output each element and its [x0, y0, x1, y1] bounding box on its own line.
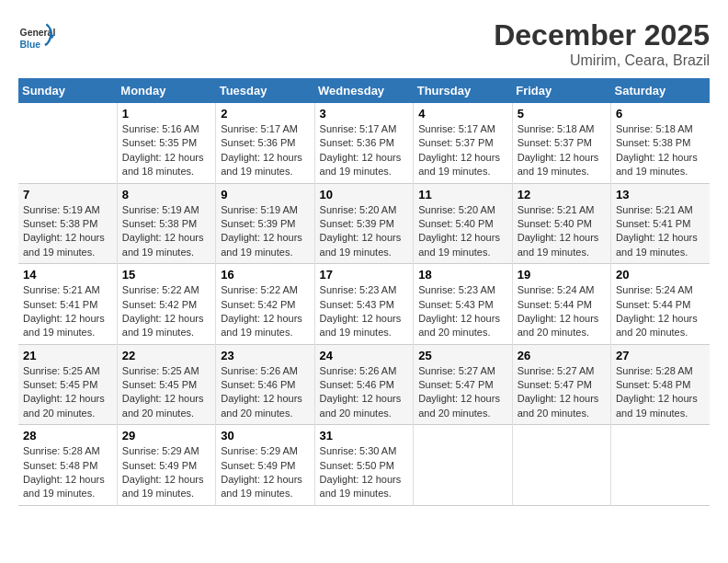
day-info: Sunrise: 5:29 AM Sunset: 5:49 PM Dayligh… [122, 444, 210, 501]
day-number: 8 [122, 188, 210, 201]
day-info: Sunrise: 5:18 AM Sunset: 5:38 PM Dayligh… [616, 122, 705, 179]
day-number: 20 [616, 268, 705, 282]
calendar-cell: 23Sunrise: 5:26 AM Sunset: 5:46 PM Dayli… [216, 344, 314, 425]
weekday-header-monday: Monday [117, 78, 215, 103]
calendar-cell: 24Sunrise: 5:26 AM Sunset: 5:46 PM Dayli… [314, 344, 414, 425]
day-number: 10 [320, 188, 409, 201]
calendar-cell: 20Sunrise: 5:24 AM Sunset: 5:44 PM Dayli… [611, 264, 711, 345]
day-info: Sunrise: 5:27 AM Sunset: 5:47 PM Dayligh… [418, 364, 506, 421]
day-info: Sunrise: 5:20 AM Sunset: 5:40 PM Dayligh… [418, 203, 506, 260]
day-info: Sunrise: 5:26 AM Sunset: 5:46 PM Dayligh… [320, 364, 409, 421]
day-number: 28 [23, 429, 112, 442]
location-subtitle: Umirim, Ceara, Brazil [494, 52, 710, 69]
weekday-header-sunday: Sunday [18, 78, 117, 103]
day-info: Sunrise: 5:21 AM Sunset: 5:40 PM Dayligh… [518, 203, 606, 260]
day-info: Sunrise: 5:20 AM Sunset: 5:39 PM Dayligh… [320, 203, 409, 260]
logo: General Blue [18, 18, 59, 55]
day-number: 9 [221, 188, 309, 201]
weekday-header-friday: Friday [512, 78, 610, 103]
title-area: December 2025 Umirim, Ceara, Brazil [494, 18, 710, 69]
day-number: 22 [122, 349, 210, 362]
day-number: 5 [518, 107, 606, 121]
day-info: Sunrise: 5:17 AM Sunset: 5:36 PM Dayligh… [221, 122, 309, 179]
day-number: 13 [616, 188, 705, 201]
day-number: 21 [23, 349, 112, 362]
day-number: 2 [221, 107, 309, 121]
month-title: December 2025 [494, 18, 710, 52]
day-number: 6 [616, 107, 705, 121]
day-info: Sunrise: 5:21 AM Sunset: 5:41 PM Dayligh… [23, 283, 112, 340]
day-number: 16 [221, 268, 309, 282]
day-number: 4 [418, 107, 506, 121]
calendar-cell: 16Sunrise: 5:22 AM Sunset: 5:42 PM Dayli… [216, 264, 314, 345]
weekday-header-row: SundayMondayTuesdayWednesdayThursdayFrid… [18, 78, 710, 103]
calendar-table: SundayMondayTuesdayWednesdayThursdayFrid… [18, 78, 710, 506]
day-info: Sunrise: 5:25 AM Sunset: 5:45 PM Dayligh… [23, 364, 112, 421]
weekday-header-thursday: Thursday [414, 78, 512, 103]
day-number: 23 [221, 349, 309, 362]
calendar-cell: 7Sunrise: 5:19 AM Sunset: 5:38 PM Daylig… [18, 183, 117, 264]
calendar-cell: 27Sunrise: 5:28 AM Sunset: 5:48 PM Dayli… [611, 344, 711, 425]
day-info: Sunrise: 5:24 AM Sunset: 5:44 PM Dayligh… [616, 283, 705, 340]
calendar-cell: 6Sunrise: 5:18 AM Sunset: 5:38 PM Daylig… [611, 103, 711, 183]
day-number: 31 [320, 429, 409, 442]
day-info: Sunrise: 5:27 AM Sunset: 5:47 PM Dayligh… [518, 364, 606, 421]
calendar-cell: 19Sunrise: 5:24 AM Sunset: 5:44 PM Dayli… [512, 264, 610, 345]
day-info: Sunrise: 5:22 AM Sunset: 5:42 PM Dayligh… [122, 283, 210, 340]
day-info: Sunrise: 5:28 AM Sunset: 5:48 PM Dayligh… [23, 444, 112, 501]
calendar-cell: 17Sunrise: 5:23 AM Sunset: 5:43 PM Dayli… [314, 264, 414, 345]
calendar-cell: 13Sunrise: 5:21 AM Sunset: 5:41 PM Dayli… [611, 183, 711, 264]
day-info: Sunrise: 5:23 AM Sunset: 5:43 PM Dayligh… [418, 283, 506, 340]
calendar-cell: 30Sunrise: 5:29 AM Sunset: 5:49 PM Dayli… [216, 425, 314, 506]
day-info: Sunrise: 5:21 AM Sunset: 5:41 PM Dayligh… [616, 203, 705, 260]
day-number: 18 [418, 268, 506, 282]
day-info: Sunrise: 5:24 AM Sunset: 5:44 PM Dayligh… [518, 283, 606, 340]
calendar-week-2: 7Sunrise: 5:19 AM Sunset: 5:38 PM Daylig… [18, 183, 710, 264]
calendar-week-4: 21Sunrise: 5:25 AM Sunset: 5:45 PM Dayli… [18, 344, 710, 425]
day-number: 25 [418, 349, 506, 362]
weekday-header-saturday: Saturday [611, 78, 711, 103]
calendar-cell: 25Sunrise: 5:27 AM Sunset: 5:47 PM Dayli… [414, 344, 512, 425]
calendar-cell: 1Sunrise: 5:16 AM Sunset: 5:35 PM Daylig… [117, 103, 215, 183]
calendar-cell: 14Sunrise: 5:21 AM Sunset: 5:41 PM Dayli… [18, 264, 117, 345]
calendar-cell: 22Sunrise: 5:25 AM Sunset: 5:45 PM Dayli… [117, 344, 215, 425]
calendar-cell [414, 425, 512, 506]
day-info: Sunrise: 5:17 AM Sunset: 5:36 PM Dayligh… [320, 122, 409, 179]
day-number: 30 [221, 429, 309, 442]
day-info: Sunrise: 5:25 AM Sunset: 5:45 PM Dayligh… [122, 364, 210, 421]
calendar-cell: 12Sunrise: 5:21 AM Sunset: 5:40 PM Dayli… [512, 183, 610, 264]
day-number: 19 [518, 268, 606, 282]
calendar-cell: 2Sunrise: 5:17 AM Sunset: 5:36 PM Daylig… [216, 103, 314, 183]
day-number: 24 [320, 349, 409, 362]
calendar-cell: 29Sunrise: 5:29 AM Sunset: 5:49 PM Dayli… [117, 425, 215, 506]
day-info: Sunrise: 5:18 AM Sunset: 5:37 PM Dayligh… [518, 122, 606, 179]
day-number: 7 [23, 188, 112, 201]
day-info: Sunrise: 5:16 AM Sunset: 5:35 PM Dayligh… [122, 122, 210, 179]
day-number: 3 [320, 107, 409, 121]
day-info: Sunrise: 5:22 AM Sunset: 5:42 PM Dayligh… [221, 283, 309, 340]
day-number: 15 [122, 268, 210, 282]
day-info: Sunrise: 5:30 AM Sunset: 5:50 PM Dayligh… [320, 444, 409, 501]
calendar-week-1: 1Sunrise: 5:16 AM Sunset: 5:35 PM Daylig… [18, 103, 710, 183]
weekday-header-wednesday: Wednesday [314, 78, 414, 103]
calendar-week-3: 14Sunrise: 5:21 AM Sunset: 5:41 PM Dayli… [18, 264, 710, 345]
day-info: Sunrise: 5:23 AM Sunset: 5:43 PM Dayligh… [320, 283, 409, 340]
calendar-cell: 5Sunrise: 5:18 AM Sunset: 5:37 PM Daylig… [512, 103, 610, 183]
calendar-cell: 21Sunrise: 5:25 AM Sunset: 5:45 PM Dayli… [18, 344, 117, 425]
calendar-cell: 26Sunrise: 5:27 AM Sunset: 5:47 PM Dayli… [512, 344, 610, 425]
calendar-cell: 15Sunrise: 5:22 AM Sunset: 5:42 PM Dayli… [117, 264, 215, 345]
calendar-week-5: 28Sunrise: 5:28 AM Sunset: 5:48 PM Dayli… [18, 425, 710, 506]
calendar-cell [18, 103, 117, 183]
day-info: Sunrise: 5:29 AM Sunset: 5:49 PM Dayligh… [221, 444, 309, 501]
day-info: Sunrise: 5:26 AM Sunset: 5:46 PM Dayligh… [221, 364, 309, 421]
calendar-cell: 28Sunrise: 5:28 AM Sunset: 5:48 PM Dayli… [18, 425, 117, 506]
day-number: 14 [23, 268, 112, 282]
calendar-cell: 11Sunrise: 5:20 AM Sunset: 5:40 PM Dayli… [414, 183, 512, 264]
day-info: Sunrise: 5:19 AM Sunset: 5:39 PM Dayligh… [221, 203, 309, 260]
calendar-cell: 8Sunrise: 5:19 AM Sunset: 5:38 PM Daylig… [117, 183, 215, 264]
weekday-header-tuesday: Tuesday [216, 78, 314, 103]
calendar-cell: 10Sunrise: 5:20 AM Sunset: 5:39 PM Dayli… [314, 183, 414, 264]
calendar-cell: 18Sunrise: 5:23 AM Sunset: 5:43 PM Dayli… [414, 264, 512, 345]
day-number: 12 [518, 188, 606, 201]
calendar-cell: 9Sunrise: 5:19 AM Sunset: 5:39 PM Daylig… [216, 183, 314, 264]
